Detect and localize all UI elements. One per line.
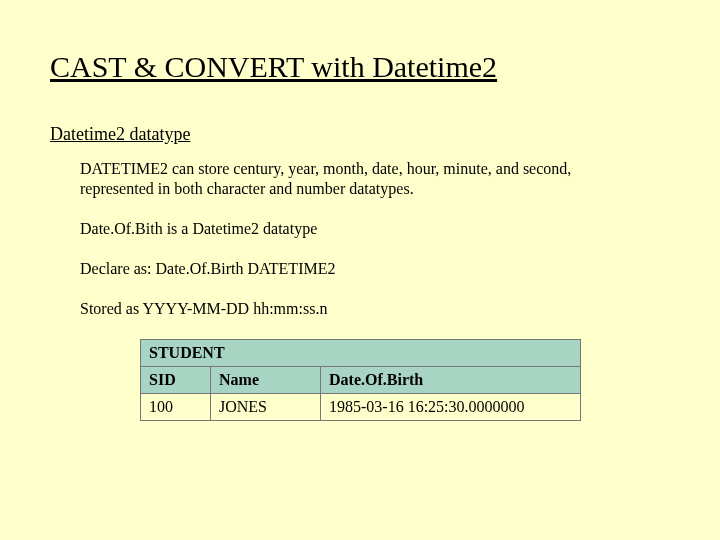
section-subhead: Datetime2 datatype [50, 124, 670, 145]
table-row: 100 JONES 1985-03-16 16:25:30.0000000 [141, 394, 581, 421]
cell-sid: 100 [141, 394, 211, 421]
cell-name: JONES [211, 394, 321, 421]
example-paragraph: Date.Of.Bith is a Datetime2 datatype [80, 219, 640, 239]
col-sid-header: SID [141, 367, 211, 394]
description-paragraph: DATETIME2 can store century, year, month… [80, 159, 640, 199]
table-wrap: STUDENT SID Name Date.Of.Birth 100 JONES… [140, 339, 670, 421]
stored-paragraph: Stored as YYYY-MM-DD hh:mm:ss.n [80, 299, 640, 319]
table-header-row: SID Name Date.Of.Birth [141, 367, 581, 394]
student-table: STUDENT SID Name Date.Of.Birth 100 JONES… [140, 339, 581, 421]
cell-dob: 1985-03-16 16:25:30.0000000 [321, 394, 581, 421]
col-name-header: Name [211, 367, 321, 394]
page-title: CAST & CONVERT with Datetime2 [50, 50, 670, 84]
table-caption: STUDENT [141, 340, 581, 367]
slide: CAST & CONVERT with Datetime2 Datetime2 … [0, 0, 720, 540]
declare-paragraph: Declare as: Date.Of.Birth DATETIME2 [80, 259, 640, 279]
table-title-row: STUDENT [141, 340, 581, 367]
col-dob-header: Date.Of.Birth [321, 367, 581, 394]
